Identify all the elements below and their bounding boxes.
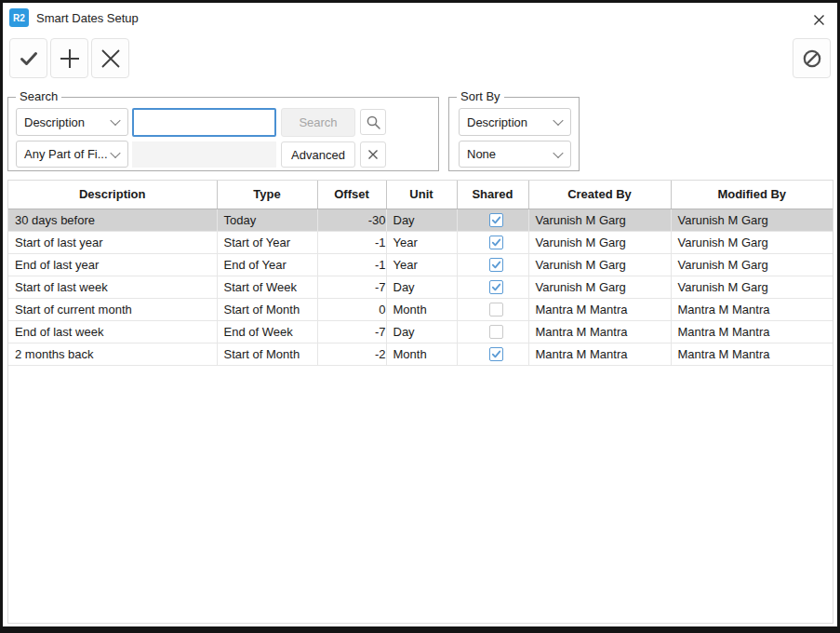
cell-modified_by: Mantra M Mantra	[671, 320, 833, 343]
column-header-modified-by[interactable]: Modified By	[671, 181, 833, 209]
cell-description: Start of last year	[8, 231, 217, 253]
cell-shared	[457, 231, 528, 253]
cell-shared	[457, 276, 528, 298]
cell-type: Start of Month	[217, 343, 317, 365]
cell-unit: Day	[386, 320, 457, 343]
sort-secondary-select[interactable]: None	[459, 141, 571, 168]
window-close-button[interactable]	[808, 9, 829, 30]
sort-by-group-label: Sort By	[457, 89, 504, 103]
advanced-button[interactable]: Advanced	[281, 141, 355, 168]
search-group-label: Search	[16, 89, 61, 103]
cell-type: Start of Week	[217, 276, 317, 298]
search-field-value: Description	[24, 115, 85, 129]
cell-shared	[457, 320, 528, 343]
cell-shared	[457, 253, 528, 276]
sort-by-group: Sort By Description None	[448, 97, 580, 171]
block-icon	[801, 47, 823, 70]
cell-unit: Day	[386, 209, 457, 231]
clear-search-button[interactable]	[360, 141, 386, 168]
cell-description: End of last year	[8, 253, 217, 276]
cell-shared	[457, 209, 528, 231]
column-header-type[interactable]: Type	[217, 181, 317, 209]
check-icon	[490, 236, 502, 249]
cell-modified_by: Varunish M Garg	[671, 276, 833, 298]
cell-offset: -1	[317, 253, 386, 276]
shared-checkbox-checked[interactable]	[489, 213, 503, 227]
shared-checkbox-checked[interactable]	[489, 236, 503, 249]
plus-icon	[58, 47, 82, 71]
add-button[interactable]	[50, 38, 88, 78]
search-input[interactable]	[132, 108, 276, 137]
sort-secondary-value: None	[467, 147, 496, 161]
cell-description: End of last week	[8, 320, 217, 343]
smart-dates-grid: DescriptionTypeOffsetUnitSharedCreated B…	[7, 180, 833, 624]
cell-unit: Year	[386, 253, 457, 276]
cell-type: End of Week	[217, 320, 317, 343]
cell-offset: -7	[317, 276, 386, 298]
cell-created_by: Mantra M Mantra	[528, 320, 671, 343]
title-bar: R2 Smart Dates Setup	[3, 3, 837, 34]
check-icon	[490, 214, 502, 226]
shared-checkbox-checked[interactable]	[489, 280, 503, 294]
chevron-down-icon	[110, 115, 120, 126]
check-icon	[490, 348, 502, 360]
column-header-unit[interactable]: Unit	[386, 181, 457, 209]
cell-type: End of Year	[217, 253, 317, 276]
column-header-shared[interactable]: Shared	[457, 181, 528, 209]
cell-offset: -30	[317, 209, 386, 231]
x-icon	[367, 148, 380, 161]
table-row[interactable]: End of last yearEnd of Year-1YearVarunis…	[8, 253, 833, 276]
table-row[interactable]: Start of last weekStart of Week-7DayVaru…	[8, 276, 833, 298]
cell-shared	[457, 343, 528, 365]
cell-description: Start of last week	[8, 276, 217, 298]
cell-created_by: Varunish M Garg	[528, 209, 671, 231]
check-icon	[18, 47, 40, 70]
table-row[interactable]: 30 days beforeToday-30DayVarunish M Garg…	[8, 209, 833, 231]
search-field-select[interactable]: Description	[16, 108, 128, 136]
cell-created_by: Varunish M Garg	[528, 276, 671, 298]
cell-description: Start of current month	[8, 298, 217, 320]
column-header-offset[interactable]: Offset	[317, 181, 386, 209]
search-match-value: Any Part of Fi...	[24, 147, 108, 161]
check-icon	[490, 259, 502, 271]
cell-offset: -2	[317, 343, 386, 365]
sort-primary-select[interactable]: Description	[459, 108, 571, 136]
shared-checkbox-unchecked[interactable]	[489, 325, 503, 339]
close-icon	[812, 13, 826, 27]
cell-description: 2 months back	[8, 343, 217, 365]
search-group: Search Description Search Any Part of Fi…	[7, 97, 439, 171]
confirm-button[interactable]	[9, 38, 47, 78]
table-row[interactable]: End of last weekEnd of Week-7DayMantra M…	[8, 320, 833, 343]
cell-type: Start of Year	[217, 231, 317, 253]
column-header-created-by[interactable]: Created By	[528, 181, 671, 209]
sort-primary-value: Description	[467, 115, 527, 129]
table-row[interactable]: Start of current monthStart of Month0Mon…	[8, 298, 833, 320]
cell-description: 30 days before	[8, 209, 217, 231]
page-title: Smart Dates Setup	[36, 11, 139, 25]
cell-type: Today	[217, 209, 317, 231]
shared-checkbox-checked[interactable]	[489, 347, 503, 361]
block-button[interactable]	[793, 38, 831, 78]
chevron-down-icon	[110, 147, 120, 157]
cell-created_by: Mantra M Mantra	[528, 298, 671, 320]
chevron-down-icon	[553, 147, 563, 157]
table-row[interactable]: 2 months backStart of Month-2MonthMantra…	[8, 343, 833, 365]
cell-modified_by: Mantra M Mantra	[671, 343, 833, 365]
delete-button[interactable]	[91, 38, 129, 78]
cell-shared	[457, 298, 528, 320]
cell-created_by: Varunish M Garg	[528, 231, 671, 253]
chevron-down-icon	[553, 115, 563, 126]
table-body: 30 days beforeToday-30DayVarunish M Garg…	[8, 209, 833, 365]
x-icon	[99, 47, 123, 71]
cell-offset: 0	[317, 298, 386, 320]
table-row[interactable]: Start of last yearStart of Year-1YearVar…	[8, 231, 833, 253]
shared-checkbox-checked[interactable]	[489, 258, 503, 272]
search-icon-button[interactable]	[360, 109, 386, 135]
search-button[interactable]: Search	[281, 108, 355, 137]
shared-checkbox-unchecked[interactable]	[489, 303, 503, 316]
search-match-select[interactable]: Any Part of Fi...	[16, 141, 128, 168]
column-header-description[interactable]: Description	[8, 181, 217, 209]
cell-unit: Month	[386, 343, 457, 365]
cell-created_by: Mantra M Mantra	[528, 343, 671, 365]
cell-created_by: Varunish M Garg	[528, 253, 671, 276]
